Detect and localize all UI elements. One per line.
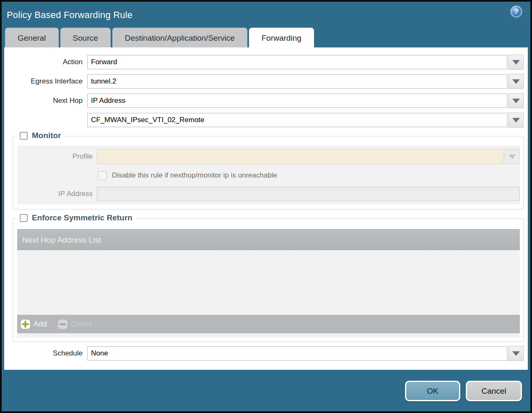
next-hop-type-dropdown-button[interactable] [508,93,524,108]
tab-bar: General Source Destination/Application/S… [4,28,528,47]
monitor-fieldset: Monitor Profile Disable this rule if nex… [13,136,524,209]
action-row: Action [4,55,524,69]
chevron-down-icon [512,60,520,65]
next-hop-row: Next Hop [4,94,524,108]
dialog-title: Policy Based Forwarding Rule [7,9,132,21]
monitor-ip-input[interactable] [97,187,520,201]
plus-icon [21,319,30,329]
add-button-label: Add [34,320,47,329]
next-hop-label: Next Hop [4,97,87,105]
add-button[interactable]: Add [21,319,47,329]
tab-forwarding[interactable]: Forwarding [249,28,314,47]
profile-row: Profile [17,149,520,164]
action-label: Action [4,58,87,66]
chevron-down-icon [512,118,520,123]
next-hop-address-dropdown-button[interactable] [508,112,524,128]
chevron-down-icon [512,99,520,103]
table-toolbar: Add Delete [17,315,520,333]
disable-rule-checkbox[interactable] [98,171,106,180]
monitor-checkbox[interactable] [20,132,28,140]
tab-panel-forwarding: Action Egress Interface Next Hop [4,47,528,370]
policy-based-forwarding-dialog: Policy Based Forwarding Rule ? General S… [0,0,532,413]
ok-button[interactable]: OK [405,381,460,401]
dialog-footer: OK Cancel [4,370,528,411]
egress-interface-input[interactable] [87,74,507,89]
egress-interface-row: Egress Interface [4,74,524,89]
next-hop-address-list-body[interactable] [17,250,520,315]
help-glyph: ? [514,8,518,16]
next-hop-address-list-header-label: Next Hop Address List [22,235,101,245]
chevron-down-icon [509,154,516,159]
cancel-button[interactable]: Cancel [466,381,522,401]
tab-source[interactable]: Source [60,28,111,47]
help-icon[interactable]: ? [511,6,522,17]
monitor-legend: Monitor [16,131,65,140]
table-bottom-strip [17,333,520,337]
next-hop-address-list-header: Next Hop Address List [17,229,520,250]
monitor-panel: Profile Disable this rule if nexthop/mon… [17,146,520,204]
egress-interface-label: Egress Interface [4,77,87,86]
dialog-titlebar: Policy Based Forwarding Rule ? [4,2,528,28]
profile-dropdown-button[interactable] [504,149,520,164]
schedule-label: Schedule [4,349,87,358]
egress-interface-dropdown-button[interactable] [508,74,524,89]
schedule-input[interactable] [87,346,507,361]
disable-rule-label: Disable this rule if nexthop/monitor ip … [112,171,277,180]
enforce-symmetric-return-checkbox[interactable] [20,214,28,222]
enforce-legend: Enforce Symmetric Return [16,213,136,222]
next-hop-address-table: Next Hop Address List Add [17,229,520,337]
profile-input[interactable] [97,149,503,164]
schedule-row: Schedule [4,346,524,361]
chevron-down-icon [512,79,520,84]
enforce-symmetric-return-title: Enforce Symmetric Return [32,213,132,222]
action-input[interactable] [87,55,507,69]
delete-button-label: Delete [71,320,93,329]
minus-icon [58,319,67,329]
disable-rule-row: Disable this rule if nexthop/monitor ip … [98,169,520,182]
tab-destination-application-service[interactable]: Destination/Application/Service [112,28,247,47]
monitor-ip-row: IP Address [17,187,520,201]
next-hop-address-input[interactable] [87,113,507,127]
schedule-dropdown-button[interactable] [508,346,524,361]
next-hop-address-row [4,113,524,127]
action-dropdown-button[interactable] [508,55,524,70]
enforce-symmetric-return-fieldset: Enforce Symmetric Return Next Hop Addres… [13,218,524,342]
next-hop-type-input[interactable] [87,94,507,108]
monitor-title: Monitor [32,131,61,140]
tab-general[interactable]: General [5,28,59,47]
chevron-down-icon [512,351,520,356]
monitor-ip-label: IP Address [17,190,97,198]
profile-label: Profile [17,152,97,161]
delete-button[interactable]: Delete [58,319,93,329]
